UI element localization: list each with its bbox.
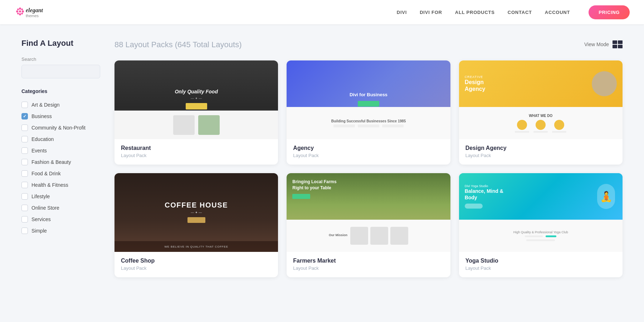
svg-point-8 <box>21 13 23 14</box>
category-item-education[interactable]: Education <box>21 133 100 145</box>
svg-point-4 <box>19 13 21 15</box>
svg-point-5 <box>16 10 18 13</box>
svg-point-10 <box>21 9 23 10</box>
svg-point-9 <box>17 13 19 14</box>
category-label: Online Store <box>31 205 59 211</box>
category-label: Education <box>31 136 54 142</box>
card-restaurant[interactable]: Only Quality Food — ✦ — RestaurantLayout… <box>114 60 278 165</box>
categories-list: Art & DesignBusinessCommunity & Non-Prof… <box>21 99 100 236</box>
card-thumbnail: Bringing Local FarmsRight to your Table … <box>287 173 450 252</box>
card-info: Design AgencyLayout Pack <box>459 139 623 165</box>
card-subtitle: Layout Pack <box>465 153 616 158</box>
card-subtitle: Layout Pack <box>293 153 444 158</box>
category-item-lifestyle[interactable]: Lifestyle <box>21 191 100 202</box>
card-info: Yoga StudioLayout Pack <box>459 252 623 277</box>
sidebar-title: Find A Layout <box>21 39 100 48</box>
card-thumbnail: Divi for Business Building Successful Bu… <box>287 60 450 139</box>
card-thumbnail: Divi Yoga Studio Balance, Mind &Body 🧘 H… <box>459 173 623 252</box>
category-checkbox[interactable] <box>21 216 28 223</box>
category-label: Community & Non-Profit <box>31 125 86 131</box>
category-label: Events <box>31 148 47 153</box>
category-label: Simple <box>31 228 47 234</box>
nav-contact[interactable]: CONTACT <box>508 10 532 15</box>
category-checkbox[interactable] <box>21 205 28 211</box>
svg-point-7 <box>17 9 19 10</box>
page-wrapper: Find A Layout Search Categories Art & De… <box>0 24 644 292</box>
category-item-events[interactable]: Events <box>21 145 100 156</box>
category-item-fashion-&-beauty[interactable]: Fashion & Beauty <box>21 156 100 168</box>
nav-all-products[interactable]: ALL PRODUCTS <box>455 10 495 15</box>
category-item-art-&-design[interactable]: Art & Design <box>21 99 100 111</box>
count-label: 88 Layout Packs <box>114 40 175 49</box>
card-subtitle: Layout Pack <box>121 265 272 271</box>
category-checkbox[interactable] <box>21 125 28 131</box>
nav-pricing-button[interactable]: PRICING <box>589 5 630 19</box>
category-label: Health & Fitness <box>31 182 68 188</box>
nav-divi[interactable]: DIVI <box>397 10 407 15</box>
category-checkbox[interactable] <box>21 147 28 154</box>
search-input[interactable] <box>21 65 100 78</box>
cards-grid: Only Quality Food — ✦ — RestaurantLayout… <box>114 60 623 277</box>
nav-divi-for[interactable]: DIVI FOR <box>420 10 442 15</box>
category-checkbox[interactable] <box>21 136 28 142</box>
sidebar: Find A Layout Search Categories Art & De… <box>21 39 100 277</box>
card-title: Farmers Market <box>293 258 444 264</box>
category-checkbox[interactable] <box>21 102 28 108</box>
card-title: Restaurant <box>121 145 272 151</box>
card-farmers-market[interactable]: Bringing Local FarmsRight to your Table … <box>287 173 450 277</box>
navbar: elegant themes DIVI DIVI FOR ALL PRODUCT… <box>0 0 644 24</box>
category-item-community-&-non-profit[interactable]: Community & Non-Profit <box>21 122 100 133</box>
card-thumbnail: Creative DesignAgency WHAT WE DO <box>459 60 623 139</box>
nav-account[interactable]: ACCOUNT <box>545 10 570 15</box>
category-checkbox[interactable] <box>21 113 28 119</box>
category-checkbox[interactable] <box>21 228 28 234</box>
card-yoga-studio[interactable]: Divi Yoga Studio Balance, Mind &Body 🧘 H… <box>459 173 623 277</box>
categories-title: Categories <box>21 88 100 94</box>
category-item-services[interactable]: Services <box>21 214 100 225</box>
logo[interactable]: elegant themes <box>14 4 64 20</box>
category-checkbox[interactable] <box>21 159 28 165</box>
card-info: AgencyLayout Pack <box>287 139 450 165</box>
nav-links: DIVI DIVI FOR ALL PRODUCTS CONTACT ACCOU… <box>397 5 630 19</box>
svg-point-3 <box>19 8 21 10</box>
category-item-simple[interactable]: Simple <box>21 225 100 236</box>
card-subtitle: Layout Pack <box>465 265 616 271</box>
card-subtitle: Layout Pack <box>293 265 444 271</box>
card-info: Coffee ShopLayout Pack <box>114 252 278 277</box>
category-label: Services <box>31 216 51 222</box>
search-label: Search <box>21 57 100 62</box>
category-item-health-&-fitness[interactable]: Health & Fitness <box>21 179 100 191</box>
card-thumbnail: COFFEE HOUSE — ✦ — WE BELIEVE IN QUALITY… <box>114 173 278 252</box>
count-sub: (645 Total Layouts) <box>175 40 242 49</box>
card-thumbnail: Only Quality Food — ✦ — <box>114 60 278 139</box>
card-title: Yoga Studio <box>465 258 616 264</box>
category-label: Art & Design <box>31 102 60 108</box>
card-subtitle: Layout Pack <box>121 153 272 158</box>
card-title: Design Agency <box>465 145 616 151</box>
card-coffee-shop[interactable]: COFFEE HOUSE — ✦ — WE BELIEVE IN QUALITY… <box>114 173 278 277</box>
view-mode-icon[interactable] <box>613 40 623 48</box>
svg-text:themes: themes <box>26 14 39 18</box>
card-info: Farmers MarketLayout Pack <box>287 252 450 277</box>
category-label: Business <box>31 113 52 119</box>
category-item-food-&-drink[interactable]: Food & Drink <box>21 168 100 179</box>
category-label: Food & Drink <box>31 171 61 176</box>
view-mode: View Mode <box>584 40 623 48</box>
svg-text:elegant: elegant <box>26 7 43 14</box>
category-checkbox[interactable] <box>21 193 28 200</box>
card-title: Coffee Shop <box>121 258 272 264</box>
card-title: Agency <box>293 145 444 151</box>
svg-point-6 <box>22 10 24 13</box>
category-label: Fashion & Beauty <box>31 159 71 165</box>
main-header: 88 Layout Packs (645 Total Layouts) View… <box>114 39 623 50</box>
category-checkbox[interactable] <box>21 170 28 177</box>
svg-point-2 <box>19 10 21 13</box>
card-info: RestaurantLayout Pack <box>114 139 278 165</box>
category-checkbox[interactable] <box>21 182 28 188</box>
category-item-online-store[interactable]: Online Store <box>21 202 100 214</box>
card-design-agency[interactable]: Creative DesignAgency WHAT WE DO <box>459 60 623 165</box>
card-agency[interactable]: Divi for Business Building Successful Bu… <box>287 60 450 165</box>
main-content: 88 Layout Packs (645 Total Layouts) View… <box>114 39 623 277</box>
view-mode-label: View Mode <box>584 42 609 47</box>
category-item-business[interactable]: Business <box>21 111 100 122</box>
